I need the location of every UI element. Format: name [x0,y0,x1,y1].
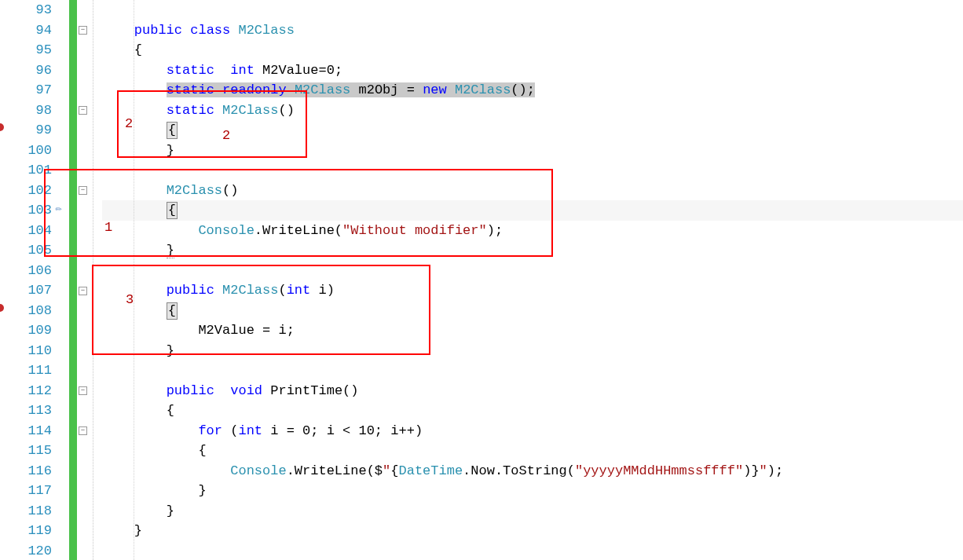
line-number: 108 [6,301,52,321]
outline-column [93,0,102,560]
annotation-label: 1 [104,220,112,235]
code-line[interactable]: static int M2Value=0; [102,60,963,81]
code-line[interactable]: public void PrintTime() [102,381,963,401]
code-line[interactable]: } [102,141,963,161]
line-number: 111 [6,361,52,381]
breakpoint-dot[interactable] [0,304,4,312]
line-number: 104 [6,221,52,241]
code-line[interactable]: Console.WriteLine("Without modifier"); [102,221,963,241]
code-line[interactable]: } [102,521,963,541]
code-line[interactable]: { [102,441,963,461]
annotation-label: 3 [126,292,134,307]
line-number: 117 [6,481,52,501]
annotation-label: 2 [125,116,133,131]
folding-column[interactable]: − − − − − − [77,0,93,560]
code-line[interactable]: { [102,40,963,60]
annotation-label: 2 [222,128,230,143]
code-line[interactable]: static readonly M2Class m2Obj = new M2Cl… [102,80,963,101]
line-number: 105 [6,240,52,261]
code-editor[interactable]: 9394959697989910010110210310410510610710… [0,0,963,560]
line-number-column: 9394959697989910010110210310410510610710… [6,0,55,560]
fold-toggle[interactable]: − [79,26,87,35]
code-line[interactable] [102,160,963,181]
code-line[interactable]: Console.WriteLine($"{DateTime.Now.ToStri… [102,461,963,481]
line-number: 116 [6,461,52,481]
line-number: 95 [6,40,52,60]
code-line[interactable]: M2Class() [102,181,963,201]
code-line[interactable]: { [102,401,963,421]
code-line[interactable] [102,541,963,561]
code-line[interactable]: for (int i = 0; i < 10; i++) [102,421,963,441]
code-line[interactable]: } [102,341,963,361]
code-line[interactable]: { [102,200,963,221]
code-line[interactable] [102,0,963,20]
line-number: 102 [6,181,52,201]
line-number: 99 [6,120,52,141]
line-number: 97 [6,80,52,101]
breakpoint-dot[interactable] [0,123,4,131]
code-line[interactable]: } [102,501,963,522]
fold-toggle[interactable]: − [79,287,87,295]
line-number: 118 [6,501,52,522]
line-number: 101 [6,160,52,181]
line-number: 120 [6,541,52,561]
code-line[interactable]: } [102,481,963,501]
line-number: 109 [6,320,52,341]
line-number: 94 [6,20,52,41]
line-number: 119 [6,521,52,541]
code-line[interactable]: } [102,240,963,261]
code-line[interactable]: { [102,301,963,321]
code-line[interactable] [102,361,963,381]
line-number: 93 [6,0,52,20]
code-area[interactable]: public class M2Class { static int M2Valu… [102,0,963,560]
screwdriver-icon[interactable]: ✎ [53,203,65,216]
code-line[interactable]: M2Value = i; [102,320,963,341]
line-number: 98 [6,101,52,121]
line-number: 103 [6,200,52,221]
line-number: 114 [6,421,52,441]
code-line[interactable]: public class M2Class [102,20,963,41]
line-number: 100 [6,141,52,161]
code-line[interactable]: public M2Class(int i) [102,280,963,301]
change-indicator [69,0,77,560]
fold-toggle[interactable]: − [79,186,87,195]
code-line[interactable]: static M2Class() [102,101,963,121]
fold-toggle[interactable]: − [79,426,87,435]
fold-toggle[interactable]: − [79,386,87,395]
fold-toggle[interactable]: − [79,106,87,115]
line-number: 96 [6,60,52,81]
line-number: 110 [6,341,52,361]
breakpoint-margin[interactable] [0,0,6,560]
line-number: 107 [6,280,52,301]
line-number: 113 [6,401,52,421]
code-line[interactable]: { [102,120,963,141]
code-line[interactable] [102,261,963,281]
glyph-margin: ✎ [55,0,69,560]
line-number: 112 [6,381,52,401]
line-number: 106 [6,261,52,281]
line-number: 115 [6,441,52,461]
gutter: 9394959697989910010110210310410510610710… [0,0,102,560]
